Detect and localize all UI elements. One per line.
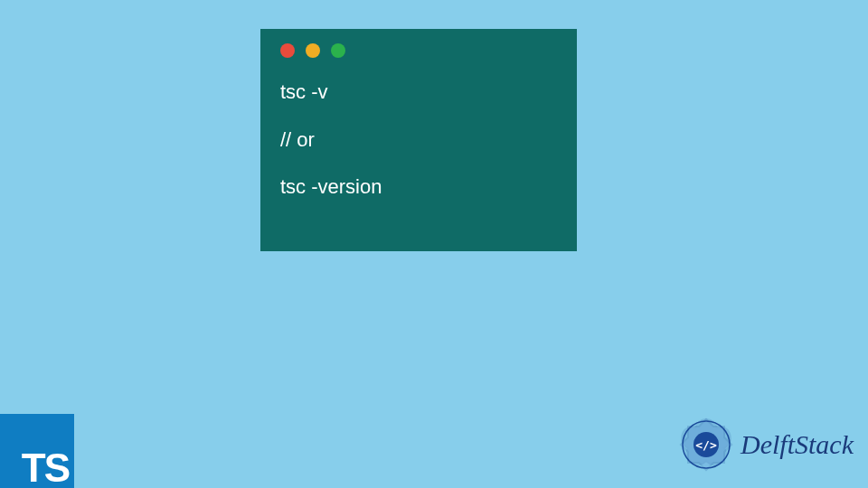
- brand-name: DelftStack: [741, 429, 854, 460]
- code-line: tsc -version: [280, 174, 557, 201]
- brand-logo-icon: </>: [677, 416, 735, 474]
- close-dot-icon: [280, 43, 295, 58]
- minimize-dot-icon: [306, 43, 320, 58]
- svg-text:</>: </>: [695, 438, 717, 452]
- typescript-badge-label: TS: [22, 448, 69, 488]
- terminal-window: tsc -v // or tsc -version: [260, 29, 577, 251]
- window-controls: [280, 43, 557, 58]
- code-line: tsc -v: [280, 80, 557, 106]
- code-line: // or: [280, 127, 557, 154]
- typescript-badge: TS: [0, 414, 74, 488]
- brand: </> DelftStack: [677, 416, 854, 474]
- maximize-dot-icon: [331, 43, 345, 58]
